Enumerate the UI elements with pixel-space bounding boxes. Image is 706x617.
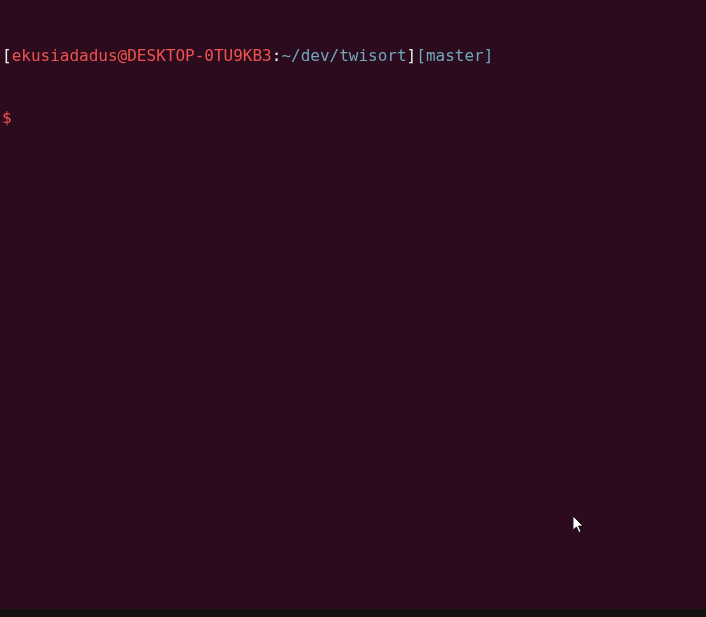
bottom-bar xyxy=(0,609,706,617)
user-host: ekusiadadus@DESKTOP-0TU9KB3 xyxy=(12,46,272,65)
bracket-open-1: [ xyxy=(2,46,12,65)
current-path: ~/dev/twisort xyxy=(281,46,406,65)
command-input[interactable] xyxy=(20,108,704,127)
prompt-symbol: $ xyxy=(2,108,12,129)
bracket-close-1: ] xyxy=(407,46,417,65)
bracket-open-2: [ xyxy=(416,46,426,65)
terminal-viewport[interactable]: [ekusiadadus@DESKTOP-0TU9KB3:~/dev/twiso… xyxy=(0,0,706,154)
input-line: $ xyxy=(2,108,704,129)
git-branch: master xyxy=(426,46,484,65)
prompt-colon: : xyxy=(272,46,282,65)
bracket-close-2: ] xyxy=(484,46,494,65)
mouse-cursor-icon xyxy=(573,516,587,534)
prompt-line: [ekusiadadus@DESKTOP-0TU9KB3:~/dev/twiso… xyxy=(2,46,704,67)
